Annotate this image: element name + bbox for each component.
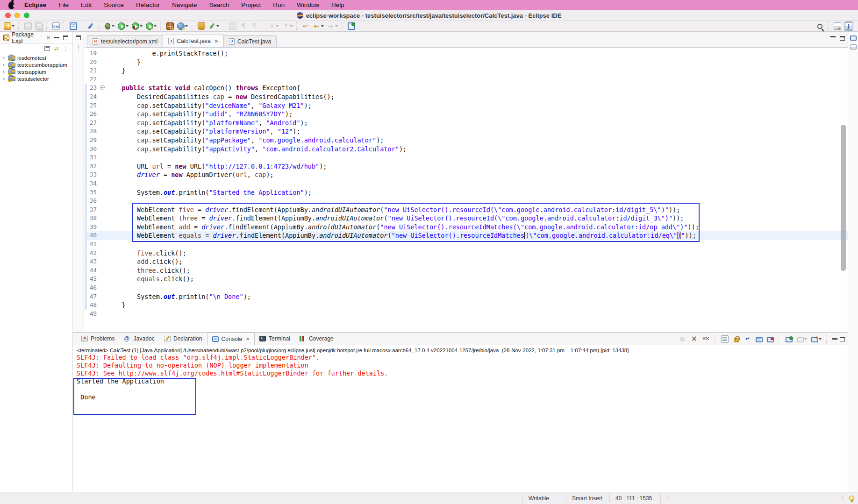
chevron-right-icon[interactable]: ›	[3, 62, 7, 68]
maximize-panel-icon[interactable]	[840, 337, 845, 341]
editor-tab-testuiselector-pom-xml[interactable]: Mtestuiselector/pom.xml	[87, 35, 163, 47]
tab-coverage[interactable]: Coverage	[295, 333, 338, 345]
statusbar-right-dots-icon[interactable]: ⋮	[840, 495, 845, 501]
new-junit-test-icon[interactable]	[165, 21, 175, 31]
editor-tab-calctest-java[interactable]: JCalcTest.java×	[163, 35, 224, 47]
clear-console-icon[interactable]	[720, 334, 729, 344]
code-line-19[interactable]: 19 e.printStackTrace();	[85, 49, 848, 58]
fold-collapse-icon[interactable]: −	[100, 85, 105, 90]
open-perspective-icon[interactable]	[833, 21, 842, 31]
chevron-right-icon[interactable]: ›	[3, 76, 7, 82]
editor-scrollbar-thumb[interactable]	[841, 125, 846, 271]
minimized-outline-icon[interactable]	[850, 44, 857, 50]
project-testcucumberappium[interactable]: ›Mtestcucumberappium	[0, 62, 72, 69]
menu-edit[interactable]: Edit	[75, 0, 98, 10]
show-paragraph-icon[interactable]	[250, 21, 259, 31]
java-perspective-icon[interactable]	[844, 21, 853, 31]
code-line-20[interactable]: 20 }	[85, 58, 848, 67]
code-line-23[interactable]: 23− public static void calcOpen() throws…	[85, 84, 848, 92]
code-line-29[interactable]: 29 cap.setCapability("appPackage", "com.…	[85, 136, 848, 145]
tab-javadoc[interactable]: Javadoc	[119, 333, 159, 345]
code-line-24[interactable]: 24 DesiredCapabilities cap = new Desired…	[85, 92, 848, 101]
minimize-panel-icon[interactable]	[832, 338, 837, 340]
menu-help[interactable]: Help	[325, 0, 350, 10]
code-line-43[interactable]: 43 add.click();	[85, 257, 848, 266]
last-edit-location-icon[interactable]	[301, 21, 311, 31]
project-testuiselector[interactable]: ›Mtestuiselector	[0, 75, 72, 82]
menu-navigate[interactable]: Navigate	[166, 0, 203, 10]
open-console-view-icon[interactable]	[69, 21, 78, 31]
menu-source[interactable]: Source	[98, 0, 130, 10]
code-line-32[interactable]: 32 URL url = new URL("http://127.0.0.1:4…	[85, 162, 848, 171]
close-tab-icon[interactable]: ×	[214, 38, 218, 44]
mark-occurrences-icon[interactable]	[228, 21, 237, 31]
code-line-49[interactable]: 49	[85, 310, 848, 319]
pin-console-icon[interactable]	[785, 335, 794, 343]
code-line-27[interactable]: 27 cap.setCapability("platformName", "An…	[85, 119, 848, 128]
menu-file[interactable]: File	[52, 0, 75, 10]
run-icon[interactable]	[117, 21, 129, 31]
show-whitespace-icon[interactable]	[239, 21, 248, 31]
code-line-26[interactable]: 26 cap.setCapability("udid", "RZ8N60SY7D…	[85, 110, 848, 119]
format-pen-icon[interactable]	[86, 21, 95, 31]
new-element-pen-icon[interactable]	[207, 21, 220, 31]
terminate-icon[interactable]	[678, 334, 687, 344]
next-annotation-icon[interactable]	[267, 21, 279, 31]
menu-run[interactable]: Run	[267, 0, 291, 10]
save-all-icon[interactable]	[34, 21, 43, 31]
editor-tab-calctest-java[interactable]: JCalcTest.java	[223, 35, 277, 47]
remove-all-icon[interactable]	[701, 334, 710, 344]
code-line-25[interactable]: 25 cap.setCapability("deviceName", "Gala…	[85, 101, 848, 110]
show-stderr-icon[interactable]	[766, 335, 775, 343]
forward-icon[interactable]	[326, 21, 339, 31]
debug-icon[interactable]	[103, 21, 115, 31]
binary-file-icon[interactable]	[51, 21, 61, 31]
link-with-editor-icon[interactable]: ⇄	[54, 46, 59, 51]
remove-launch-icon[interactable]	[689, 334, 699, 344]
code-line-34[interactable]: 34	[85, 179, 848, 188]
restore-view-icon[interactable]	[76, 35, 81, 40]
code-line-46[interactable]: 46	[85, 284, 848, 292]
minimize-view-icon[interactable]	[54, 37, 59, 39]
tab-problems[interactable]: Problems	[77, 333, 119, 345]
code-line-21[interactable]: 21 }	[85, 66, 848, 75]
show-stdout-icon[interactable]	[755, 335, 764, 343]
menu-refactor[interactable]: Refactor	[130, 0, 166, 10]
code-line-44[interactable]: 44 three.click();	[85, 266, 848, 275]
code-editor[interactable]: 19 e.printStackTrace();20 }21 }2223− pub…	[85, 48, 848, 332]
strip-menu-icon[interactable]: ⋮	[76, 45, 81, 50]
menu-project[interactable]: Project	[235, 0, 267, 10]
project-iosdemotest[interactable]: ›Miosdemotest	[0, 55, 72, 62]
coverage-icon[interactable]	[131, 21, 143, 31]
menu-eclipse[interactable]: Eclipse	[18, 0, 52, 10]
search-icon[interactable]	[816, 22, 824, 30]
close-view-icon[interactable]: ×	[46, 35, 50, 41]
save-icon[interactable]	[23, 21, 33, 31]
open-web-browser-icon[interactable]	[176, 21, 189, 31]
menu-search[interactable]: Search	[203, 0, 235, 10]
code-line-22[interactable]: 22	[85, 75, 848, 84]
back-icon[interactable]	[312, 21, 325, 31]
tab-terminal[interactable]: Terminal	[255, 333, 295, 345]
chevron-right-icon[interactable]: ›	[3, 69, 7, 75]
new-wizard-icon[interactable]	[3, 21, 15, 31]
code-line-31[interactable]: 31	[85, 153, 848, 162]
code-line-48[interactable]: 48 }	[85, 301, 848, 310]
code-line-35[interactable]: 35 System.out.println("Started the Appli…	[85, 188, 848, 197]
tab-package-explorer[interactable]: Package Expl ×	[0, 32, 54, 43]
tab-console[interactable]: Console×	[207, 333, 255, 345]
code-line-47[interactable]: 47 System.out.println("\n Done");	[85, 292, 848, 301]
maximize-editor-icon[interactable]	[840, 36, 845, 41]
previous-annotation-icon[interactable]	[281, 21, 293, 31]
code-line-28[interactable]: 28 cap.setCapability("platformVersion", …	[85, 127, 848, 136]
statusbar-dots-icon[interactable]: ⋮	[665, 495, 670, 501]
tab-declaration[interactable]: Declaration	[159, 333, 207, 345]
code-line-33[interactable]: 33 driver = new AppiumDriver(url, cap);	[85, 170, 848, 179]
chevron-right-icon[interactable]: ›	[3, 55, 7, 61]
minimize-editor-icon[interactable]	[830, 36, 836, 38]
pin-editor-icon[interactable]	[347, 21, 356, 31]
open-type-icon[interactable]	[197, 21, 206, 31]
lightbulb-icon[interactable]	[849, 496, 854, 501]
console-view[interactable]: <terminated> CalcTest (1) [Java Applicat…	[73, 345, 848, 492]
menu-window[interactable]: Window	[291, 0, 325, 10]
